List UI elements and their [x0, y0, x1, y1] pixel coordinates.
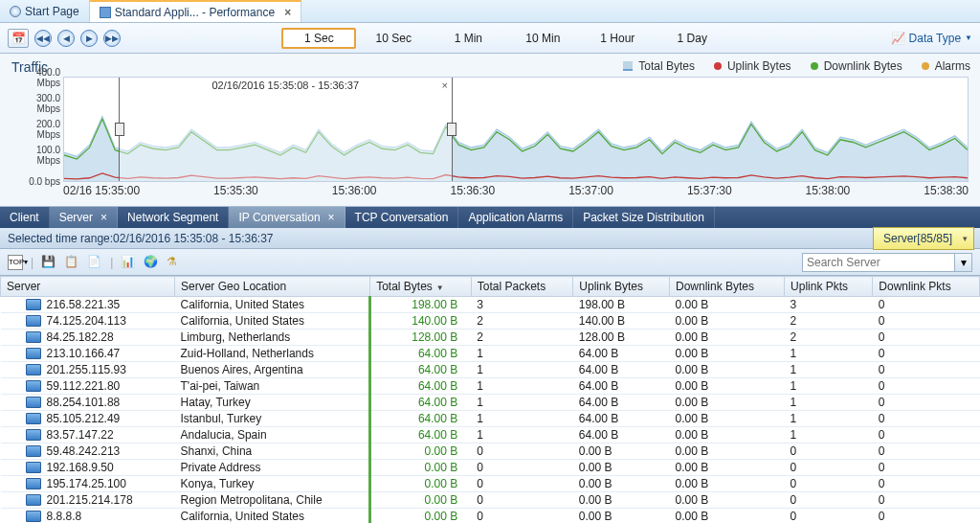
- sub-tab-client[interactable]: Client: [0, 207, 50, 228]
- table-row[interactable]: 59.112.221.80T'ai-pei, Taiwan64.00 B164.…: [1, 378, 980, 395]
- tab-label: Start Page: [25, 5, 79, 18]
- table-row[interactable]: 216.58.221.35California, United States19…: [1, 297, 980, 313]
- y-tick: 0.0 bps: [11, 176, 60, 187]
- table-row[interactable]: 195.174.25.100Konya, Turkey0.00 B00.00 B…: [1, 476, 980, 492]
- table-row[interactable]: 74.125.204.113California, United States1…: [1, 313, 980, 330]
- chart-legend: Total Bytes Uplink Bytes Downlink Bytes …: [623, 59, 970, 73]
- calendar-button[interactable]: 📅: [8, 29, 29, 48]
- app-icon: [100, 7, 111, 18]
- chevron-down-icon: ▼: [965, 34, 972, 42]
- search-input[interactable]: [802, 253, 955, 272]
- x-tick: 15:37:30: [687, 184, 732, 197]
- table-row[interactable]: 59.48.242.213Shanxi, China0.00 B00.00 B0…: [1, 443, 980, 460]
- col-uplink-bytes[interactable]: Uplink Bytes: [573, 277, 670, 297]
- x-tick: 15:38:00: [806, 184, 851, 197]
- filter-icon[interactable]: ⚗: [167, 255, 182, 270]
- x-tick: 15:35:30: [213, 184, 258, 197]
- swatch-total-bytes-icon: [623, 61, 633, 71]
- selection-close-icon[interactable]: ×: [441, 80, 447, 91]
- col-downlink-pkts[interactable]: Downlink Pkts: [873, 277, 980, 297]
- server-icon: [26, 397, 41, 408]
- chart-data-icon: 📈: [891, 32, 905, 45]
- data-type-dropdown[interactable]: 📈 Data Type ▼: [891, 32, 972, 45]
- close-icon[interactable]: ×: [328, 211, 335, 224]
- globe-green-icon[interactable]: 🌍: [144, 255, 159, 270]
- server-icon: [26, 413, 41, 424]
- server-icon: [26, 462, 41, 473]
- server-icon: [26, 445, 41, 457]
- swatch-alarms-icon: [922, 62, 929, 70]
- chart-plot[interactable]: 400.0 Mbps300.0 Mbps200.0 Mbps100.0 Mbps…: [63, 77, 969, 182]
- x-tick: 15:36:00: [332, 184, 377, 197]
- server-icon: [26, 478, 41, 489]
- selection-label: 02/16/2016 15:35:08 - 15:36:37: [120, 80, 452, 91]
- col-downlink-bytes[interactable]: Downlink Bytes: [670, 277, 785, 297]
- sub-tab-application-alarms[interactable]: Application Alarms: [458, 207, 573, 228]
- time-scale-group: 1 Sec10 Sec1 Min10 Min1 Hour1 Day: [281, 28, 729, 49]
- col-total-packets[interactable]: Total Packets: [471, 277, 573, 297]
- server-icon: [26, 511, 41, 522]
- time-scale-1day[interactable]: 1 Day: [655, 28, 729, 49]
- y-tick: 100.0 Mbps: [11, 145, 60, 166]
- swatch-uplink-icon: [714, 62, 722, 70]
- server-icon: [26, 348, 41, 359]
- table-row[interactable]: 8.8.8.8California, United States0.00 B00…: [1, 509, 980, 524]
- sub-tab-ip-conversation[interactable]: IP Conversation×: [229, 207, 345, 228]
- back-button[interactable]: ◀: [57, 30, 75, 47]
- y-tick: 400.0 Mbps: [11, 67, 60, 88]
- table-row[interactable]: 85.105.212.49Istanbul, Turkey64.00 B164.…: [1, 411, 980, 427]
- table-row[interactable]: 83.57.147.22Andalucia, Spain64.00 B164.0…: [1, 427, 980, 443]
- time-scale-1hour[interactable]: 1 Hour: [580, 28, 655, 49]
- server-icon: [26, 331, 41, 343]
- selected-range-label: Selected time range:02/16/2016 15:35:08 …: [8, 232, 274, 245]
- server-icon: [26, 429, 41, 441]
- server-icon: [26, 364, 41, 375]
- time-selection[interactable]: 02/16/2016 15:35:08 - 15:36:37×: [119, 78, 453, 181]
- x-tick: 15:37:00: [568, 184, 613, 197]
- forward-button[interactable]: ▶: [80, 30, 98, 47]
- time-scale-10min[interactable]: 10 Min: [505, 28, 580, 49]
- x-tick: 15:38:30: [924, 184, 969, 197]
- table-row[interactable]: 213.10.166.47Zuid-Holland, Netherlands64…: [1, 346, 980, 362]
- selection-handle-left[interactable]: [115, 123, 124, 136]
- col-total-bytes[interactable]: Total Bytes: [370, 277, 472, 297]
- globe-icon: [10, 6, 21, 17]
- time-scale-1min[interactable]: 1 Min: [431, 28, 505, 49]
- close-icon[interactable]: ×: [284, 6, 291, 19]
- sheet-icon[interactable]: 📄: [87, 255, 102, 270]
- server-icon: [26, 494, 41, 506]
- fast-forward-button[interactable]: ▶▶: [103, 30, 121, 47]
- sub-tab-tcp-conversation[interactable]: TCP Conversation: [345, 207, 459, 228]
- x-tick: 15:36:30: [450, 184, 495, 197]
- server-count-dropdown[interactable]: Server[85/85]: [873, 227, 974, 250]
- time-scale-1sec[interactable]: 1 Sec: [281, 28, 356, 49]
- green-chart-icon[interactable]: 📊: [121, 255, 136, 270]
- close-icon[interactable]: ×: [100, 211, 107, 224]
- time-scale-10sec[interactable]: 10 Sec: [356, 28, 431, 49]
- server-icon: [26, 380, 41, 392]
- table-row[interactable]: 201.255.115.93Buenos Aires, Argentina64.…: [1, 362, 980, 378]
- y-tick: 300.0 Mbps: [11, 93, 60, 114]
- col-server[interactable]: Server: [1, 277, 175, 297]
- export-icon[interactable]: 💾: [41, 255, 56, 270]
- y-tick: 200.0 Mbps: [11, 119, 60, 140]
- table-row[interactable]: 88.254.101.88Hatay, Turkey64.00 B164.00 …: [1, 395, 980, 411]
- data-type-label: Data Type: [909, 32, 961, 45]
- options-icon[interactable]: TOP▾: [8, 255, 23, 270]
- table-row[interactable]: 201.215.214.178Region Metropolitana, Chi…: [1, 492, 980, 509]
- sub-tab-packet-size-distribution[interactable]: Packet Size Distribution: [573, 207, 715, 228]
- col-server-geo-location[interactable]: Server Geo Location: [175, 277, 370, 297]
- sub-tab-network-segment[interactable]: Network Segment: [118, 207, 229, 228]
- search-dropdown[interactable]: ▾: [955, 253, 972, 272]
- rewind-button[interactable]: ◀◀: [34, 30, 52, 47]
- table-row[interactable]: 192.168.9.50Private Address0.00 B00.00 B…: [1, 460, 980, 476]
- server-icon: [26, 315, 41, 327]
- table-row[interactable]: 84.25.182.28Limburg, Netherlands128.00 B…: [1, 330, 980, 346]
- col-uplink-pkts[interactable]: Uplink Pkts: [785, 277, 873, 297]
- tab-performance[interactable]: Standard Appli... - Performance ×: [90, 0, 301, 22]
- selection-handle-right[interactable]: [447, 123, 457, 136]
- tab-start-page[interactable]: Start Page: [0, 0, 90, 22]
- sub-tab-server[interactable]: Server×: [50, 207, 118, 228]
- server-icon: [26, 299, 41, 310]
- copy-icon[interactable]: 📋: [64, 255, 79, 270]
